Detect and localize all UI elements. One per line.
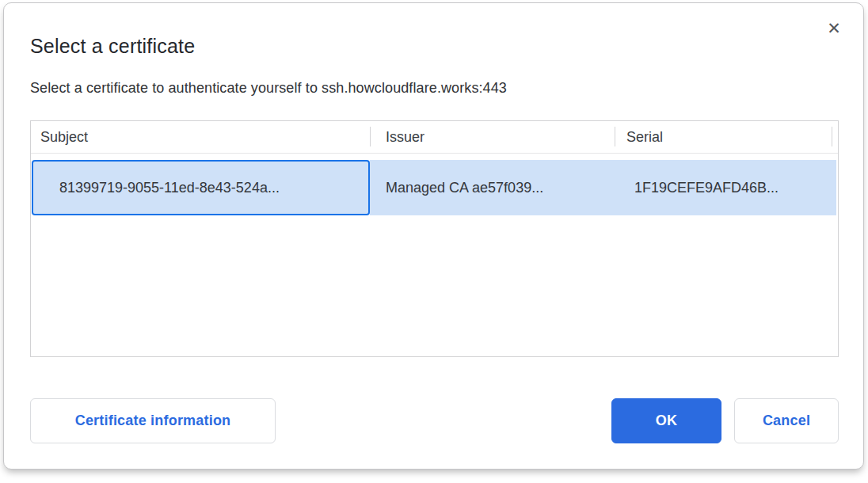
close-icon: ✕: [827, 20, 841, 36]
dialog-subtitle: Select a certificate to authenticate you…: [30, 80, 507, 97]
ok-button[interactable]: OK: [611, 398, 721, 443]
certificate-row[interactable]: 81399719-9055-11ed-8e43-524a... Managed …: [32, 160, 836, 215]
scrollbar-gutter-divider: [832, 127, 832, 146]
dialog-title: Select a certificate: [30, 35, 195, 58]
close-button[interactable]: ✕: [819, 13, 849, 43]
certificate-serial-cell[interactable]: 1F19CEFE9AFD46B...: [615, 160, 836, 215]
cancel-button[interactable]: Cancel: [734, 398, 839, 443]
column-header-issuer: Issuer: [370, 121, 615, 153]
certificate-table: Subject Issuer Serial 81399719-9055-11ed…: [30, 120, 839, 357]
certificate-information-button[interactable]: Certificate information: [30, 398, 276, 443]
column-header-subject: Subject: [31, 121, 370, 153]
certificate-issuer-cell[interactable]: Managed CA ae57f039...: [370, 160, 615, 215]
certificate-subject-cell[interactable]: 81399719-9055-11ed-8e43-524a...: [32, 160, 370, 215]
column-header-serial: Serial: [615, 121, 838, 153]
certificate-picker-dialog: ✕ Select a certificate Select a certific…: [3, 2, 864, 470]
table-header-row: Subject Issuer Serial: [31, 121, 838, 154]
